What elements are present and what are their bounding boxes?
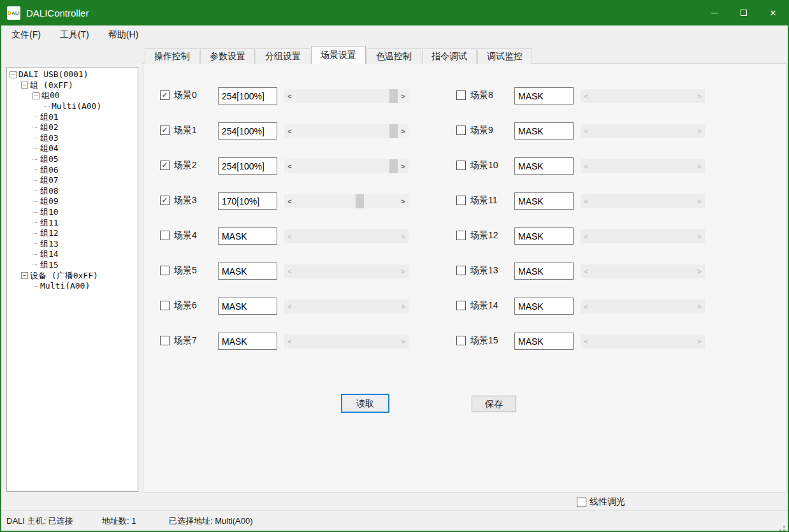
tree-item-6[interactable]: 组03 (7, 133, 138, 144)
slider-thumb[interactable] (389, 89, 398, 103)
scene-value-input-11[interactable] (514, 192, 574, 210)
slider-left-arrow-icon[interactable]: < (284, 194, 295, 208)
tab-4[interactable]: 色温控制 (366, 48, 421, 64)
scene-label-7: 场景7 (174, 335, 197, 347)
scene-checkbox-4[interactable] (160, 231, 170, 240)
close-button[interactable]: ✕ (758, 0, 788, 25)
slider-left-arrow-icon: < (581, 159, 591, 173)
scene-checkbox-14[interactable] (456, 301, 466, 310)
scene-value-input-2[interactable] (218, 157, 277, 175)
scene-value-input-5[interactable] (218, 262, 277, 280)
slider-thumb[interactable] (356, 194, 364, 208)
tree-item-3[interactable]: Multi(A00) (7, 101, 138, 112)
tree-item-16[interactable]: 组13 (7, 239, 138, 250)
tab-1[interactable]: 参数设置 (200, 48, 255, 64)
slider-left-arrow-icon[interactable]: < (284, 124, 295, 138)
tab-2[interactable]: 分组设置 (256, 48, 310, 64)
slider-thumb[interactable] (389, 159, 398, 173)
tree-item-20[interactable]: Multi(A00) (7, 281, 138, 292)
scene-value-input-1[interactable] (218, 122, 277, 140)
tree-item-14[interactable]: 组11 (7, 217, 138, 228)
scene-value-input-6[interactable] (218, 298, 277, 315)
tree-connector (33, 222, 38, 223)
slider-left-arrow-icon[interactable]: < (284, 89, 295, 103)
save-button[interactable]: 保存 (472, 396, 516, 412)
tree-expander-icon[interactable]: − (21, 272, 28, 279)
tree-item-4[interactable]: 组01 (7, 111, 138, 122)
tree-item-10[interactable]: 组07 (7, 175, 138, 186)
tree-item-1[interactable]: −组 (0xFF) (7, 80, 138, 91)
maximize-button[interactable] (729, 0, 758, 25)
resize-grip[interactable] (783, 526, 785, 528)
scene-checkbox-10[interactable] (456, 161, 466, 170)
scene-value-input-8[interactable] (514, 87, 574, 104)
minimize-icon (711, 13, 718, 13)
tree-item-13[interactable]: 组10 (7, 207, 138, 218)
scene-value-input-12[interactable] (514, 227, 574, 245)
tab-3[interactable]: 场景设置 (311, 46, 366, 64)
scene-value-input-0[interactable] (218, 87, 277, 104)
scene-checkbox-1[interactable]: ✓ (160, 126, 170, 135)
tree-item-0[interactable]: −DALI USB(0001) (7, 69, 138, 80)
tree-expander-icon[interactable]: − (33, 92, 40, 99)
slider-right-arrow-icon[interactable]: > (398, 194, 409, 208)
scene-value-input-15[interactable] (514, 333, 574, 350)
menu-item-0[interactable]: 文件(F) (3, 25, 50, 45)
tree-item-11[interactable]: 组08 (7, 186, 138, 197)
scene-checkbox-2[interactable]: ✓ (160, 161, 170, 170)
tree-item-label: Multi(A00) (40, 281, 90, 291)
tree-item-5[interactable]: 组02 (7, 122, 138, 133)
tree-item-label: 组00 (41, 90, 60, 101)
tree-item-2[interactable]: −组00 (7, 90, 138, 101)
tab-0[interactable]: 操作控制 (145, 48, 199, 64)
tree-item-7[interactable]: 组04 (7, 143, 138, 154)
tab-6[interactable]: 调试监控 (477, 48, 532, 64)
slider-left-arrow-icon: < (284, 299, 295, 313)
menu-item-2[interactable]: 帮助(H) (99, 25, 147, 45)
menu-item-1[interactable]: 工具(T) (51, 25, 98, 45)
scene-value-input-14[interactable] (514, 298, 574, 315)
tree-item-17[interactable]: 组14 (7, 249, 138, 260)
tab-5[interactable]: 指令调试 (422, 48, 477, 64)
scene-value-input-3[interactable] (218, 192, 277, 210)
scene-slider-2[interactable]: <> (284, 159, 409, 173)
slider-right-arrow-icon[interactable]: > (398, 89, 409, 103)
slider-right-arrow-icon[interactable]: > (398, 159, 409, 173)
tree-expander-icon[interactable]: − (10, 71, 17, 78)
scene-checkbox-9[interactable] (456, 126, 466, 135)
scene-checkbox-5[interactable] (160, 266, 170, 275)
tree-item-15[interactable]: 组12 (7, 228, 138, 239)
scene-value-input-9[interactable] (514, 122, 574, 140)
slider-right-arrow-icon[interactable]: > (398, 124, 409, 138)
tree-item-12[interactable]: 组09 (7, 196, 138, 207)
scene-value-input-10[interactable] (514, 157, 574, 175)
tree-item-8[interactable]: 组05 (7, 154, 138, 165)
scene-label-0: 场景0 (174, 90, 197, 101)
scene-slider-3[interactable]: <> (284, 194, 409, 208)
scene-slider-1[interactable]: <> (284, 124, 409, 138)
read-button[interactable]: 读取 (341, 394, 389, 413)
tree-expander-icon[interactable]: − (21, 82, 28, 89)
scene-slider-10: <> (581, 159, 705, 173)
scene-checkbox-13[interactable] (456, 266, 466, 275)
scene-checkbox-8[interactable] (456, 90, 466, 100)
minimize-button[interactable] (700, 0, 729, 25)
scene-value-input-7[interactable] (218, 333, 277, 350)
slider-thumb[interactable] (389, 124, 398, 138)
tree-item-9[interactable]: 组06 (7, 164, 138, 175)
scene-checkbox-0[interactable]: ✓ (160, 90, 170, 100)
scene-value-input-4[interactable] (218, 227, 277, 245)
slider-left-arrow-icon[interactable]: < (284, 159, 295, 173)
scene-checkbox-12[interactable] (456, 231, 466, 240)
scene-slider-0[interactable]: <> (284, 89, 409, 103)
scene-checkbox-3[interactable]: ✓ (160, 196, 170, 205)
linear-dimming-checkbox[interactable] (577, 498, 586, 507)
scene-row-0: ✓场景0<> (160, 87, 409, 106)
scene-checkbox-15[interactable] (456, 336, 466, 345)
scene-checkbox-7[interactable] (160, 336, 170, 345)
scene-checkbox-6[interactable] (160, 301, 170, 310)
scene-value-input-13[interactable] (514, 262, 574, 280)
tree-item-19[interactable]: −设备 (广播0xFF) (7, 270, 138, 281)
tree-item-18[interactable]: 组15 (7, 260, 138, 271)
scene-checkbox-11[interactable] (456, 196, 466, 205)
